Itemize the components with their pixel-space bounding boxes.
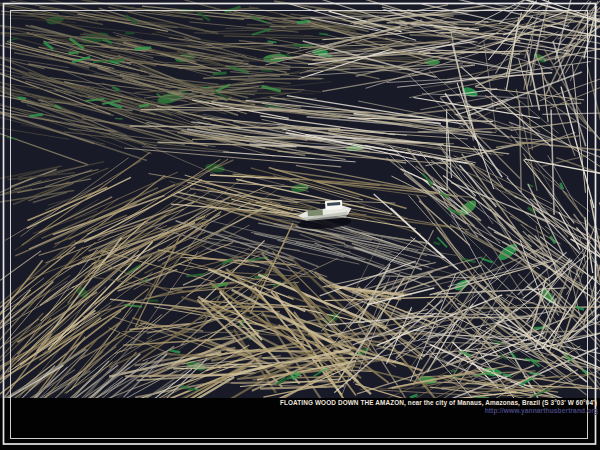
amazon-aerial-photo: [0, 0, 600, 450]
caption-title: FLOATING WOOD DOWN THE AMAZON, near the …: [280, 399, 597, 406]
caption-url: http://www.yannarthusbertrand.org: [485, 407, 598, 414]
wallpaper-image: FLOATING WOOD DOWN THE AMAZON, near the …: [0, 0, 600, 450]
